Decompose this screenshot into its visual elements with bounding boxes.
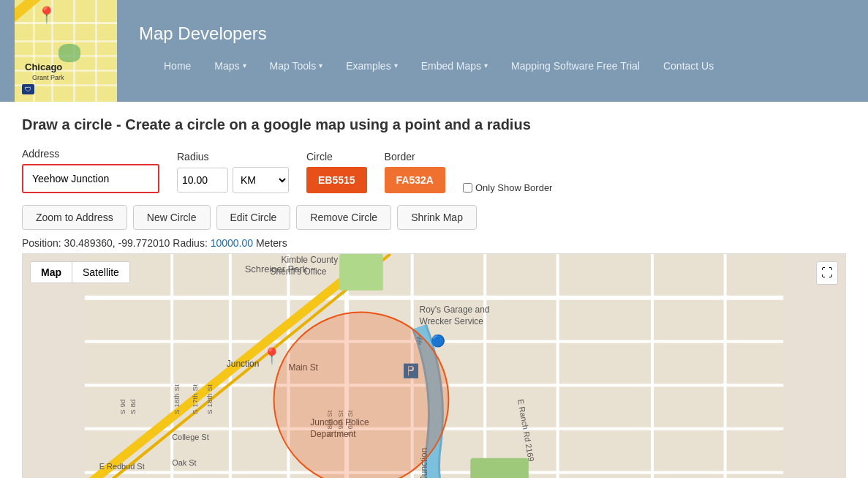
position-info: Position: 30.489360, -99.772010 Radius: … (22, 237, 846, 249)
nav-maps-arrow: ▾ (243, 61, 246, 70)
nav-map-tools[interactable]: Map Tools ▾ (260, 53, 333, 79)
nav-embed-maps-arrow: ▾ (484, 61, 488, 70)
svg-point-68 (274, 313, 449, 478)
border-color-group: Border FA532A (385, 151, 445, 193)
nav-mapping-software[interactable]: Mapping Software Free Trial (501, 53, 650, 79)
svg-text:Roy's Garage and: Roy's Garage and (420, 305, 490, 315)
only-show-border-row: Only Show Border (463, 182, 553, 193)
nav-contact-us[interactable]: Contact Us (653, 53, 724, 79)
radius-input[interactable] (177, 168, 228, 193)
circle-color-button[interactable]: EB5515 (306, 167, 367, 193)
svg-rect-19 (339, 254, 383, 291)
logo-thumbnail: 📍 Chicago Grant Park 🛡 (15, 0, 117, 102)
svg-rect-18 (470, 458, 529, 478)
form-row: Address Radius KM Miles Meters Circle EB… (22, 148, 846, 193)
main-nav: Home Maps ▾ Map Tools ▾ Examples ▾ Embed… (139, 53, 853, 79)
radius-unit: Meters (256, 237, 287, 249)
position-label: Position: (22, 237, 61, 249)
main-content: Draw a circle - Create a circle on a goo… (0, 102, 868, 478)
only-show-border-group: Only Show Border (463, 182, 553, 193)
svg-text:S 8d: S 8d (129, 399, 137, 414)
nav-maps[interactable]: Maps ▾ (204, 53, 256, 79)
map-tabs: Map Satellite (30, 261, 130, 283)
svg-text:College St: College St (172, 433, 208, 441)
circle-color-group: Circle EB5515 (306, 151, 367, 193)
radius-input-group: KM Miles Meters (177, 167, 289, 193)
svg-text:Kimble County: Kimble County (281, 255, 338, 265)
fullscreen-icon: ⛶ (821, 266, 833, 279)
svg-text:S 18th St: S 18th St (205, 384, 214, 414)
address-group: Address (22, 148, 159, 193)
radius-label: Radius (177, 151, 289, 163)
zoom-to-address-button[interactable]: Zoom to Address (22, 205, 127, 230)
map-pin-icon: 📍 (37, 6, 56, 25)
svg-text:S 16th St: S 16th St (173, 384, 181, 414)
only-show-border-label: Only Show Border (475, 182, 553, 193)
edit-circle-button[interactable]: Edit Circle (216, 205, 291, 230)
remove-circle-button[interactable]: Remove Circle (296, 205, 391, 230)
map-tab-satellite[interactable]: Satellite (72, 262, 129, 283)
shrink-map-button[interactable]: Shrink Map (397, 205, 477, 230)
svg-text:S 9d: S 9d (118, 399, 127, 414)
circle-color-label: Circle (306, 151, 367, 163)
new-circle-button[interactable]: New Circle (133, 205, 211, 230)
radius-group: Radius KM Miles Meters (177, 151, 289, 193)
border-color-label: Border (385, 151, 445, 163)
nav-bar: Home Maps ▾ Map Tools ▾ Examples ▾ Embed… (139, 53, 853, 79)
nav-map-tools-arrow: ▾ (319, 61, 322, 70)
address-wrapper (22, 164, 159, 193)
position-lat: 30.489360 (64, 237, 113, 249)
radius-value: 10000.00 (211, 237, 253, 249)
nav-examples[interactable]: Examples ▾ (336, 53, 407, 79)
svg-text:Junction: Junction (227, 359, 259, 369)
only-show-border-checkbox[interactable] (463, 183, 472, 193)
position-lng: -99.772010 (118, 237, 170, 249)
site-title: Map Developers (139, 23, 853, 44)
nav-embed-maps[interactable]: Embed Maps ▾ (411, 53, 498, 79)
header-title-area: Map Developers Home Maps ▾ Map Tools ▾ E… (117, 23, 853, 79)
radius-label: Radius: (173, 237, 207, 249)
page-title: Draw a circle - Create a circle on a goo… (22, 116, 846, 133)
radius-unit-select[interactable]: KM Miles Meters (233, 167, 289, 193)
address-label: Address (22, 148, 159, 160)
header: 📍 Chicago Grant Park 🛡 Map Developers Ho… (0, 0, 868, 102)
map-background: Schreiner Park Kimble County Sheriff's O… (23, 254, 845, 478)
map-tab-map[interactable]: Map (31, 262, 72, 283)
svg-text:🔵: 🔵 (431, 334, 445, 348)
svg-text:📍: 📍 (262, 346, 282, 366)
logo-grant-text: Grant Park (32, 74, 64, 81)
svg-text:Sheriff's Office: Sheriff's Office (271, 266, 327, 277)
svg-text:Oak St: Oak St (172, 458, 196, 467)
map-fullscreen-button[interactable]: ⛶ (816, 261, 838, 285)
nav-home[interactable]: Home (154, 53, 201, 79)
buttons-row: Zoom to Address New Circle Edit Circle R… (22, 205, 846, 230)
map-container[interactable]: Schreiner Park Kimble County Sheriff's O… (22, 253, 846, 478)
svg-text:S 17th St: S 17th St (191, 384, 199, 414)
address-input[interactable] (25, 167, 156, 190)
svg-text:E Redbud St: E Redbud St (99, 462, 145, 471)
nav-examples-arrow: ▾ (394, 61, 398, 70)
logo-chicago-text: Chicago (25, 61, 62, 72)
border-color-button[interactable]: FA532A (385, 167, 445, 193)
svg-text:Wrecker Service: Wrecker Service (420, 316, 484, 326)
